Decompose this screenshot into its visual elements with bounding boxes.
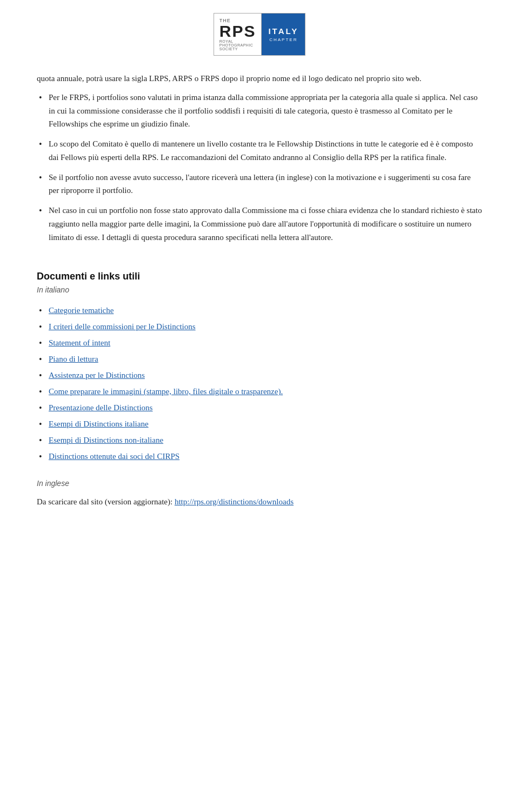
- list-item: Presentazione delle Distinctions: [37, 401, 482, 414]
- section-sub-english: In inglese: [37, 479, 482, 488]
- logo-society-text: SOCIETY: [219, 47, 238, 51]
- link-esempi-non-italiane[interactable]: Esempi di Distinctions non-italiane: [49, 436, 163, 444]
- logo-royal-text: ROYAL: [219, 39, 234, 43]
- logo-right: ITALY CHAPTER: [262, 14, 305, 55]
- section-sub-italian: In italiano: [37, 285, 482, 294]
- logo: THE RPS ROYAL PHOTOGRAPHIC SOCIETY ITALY…: [214, 13, 306, 56]
- list-item: Esempi di Distinctions non-italiane: [37, 434, 482, 447]
- list-item: Distinctions ottenute dai soci del CIRPS: [37, 450, 482, 463]
- list-item: Assistenza per le Distinctions: [37, 369, 482, 382]
- link-distinctions-cirps[interactable]: Distinctions ottenute dai soci del CIRPS: [49, 452, 179, 461]
- bullet-item-4: Nel caso in cui un portfolio non fosse s…: [37, 204, 482, 244]
- link-statement-of-intent[interactable]: Statement of intent: [49, 338, 110, 347]
- section-heading: Documenti e links utili: [37, 271, 482, 282]
- download-link[interactable]: http://rps.org/distinctions/downloads: [175, 497, 294, 506]
- page-wrapper: THE RPS ROYAL PHOTOGRAPHIC SOCIETY ITALY…: [0, 0, 519, 812]
- logo-chapter-text: CHAPTER: [269, 37, 297, 42]
- list-item: Piano di lettura: [37, 352, 482, 365]
- bullet-item-2: Lo scopo del Comitato è quello di manten…: [37, 137, 482, 164]
- bullet-list: Per le FRPS, i portfolios sono valutati …: [37, 91, 482, 244]
- download-label: Da scaricare dal sito (version aggiornat…: [37, 497, 175, 506]
- list-item: Esempi di Distinctions italiane: [37, 417, 482, 430]
- link-criteri-commissioni[interactable]: I criteri delle commissioni per le Disti…: [49, 322, 196, 331]
- logo-rps-text: RPS: [219, 23, 256, 39]
- opening-paragraph: quota annuale, potrà usare la sigla LRPS…: [37, 72, 482, 85]
- list-item: Come preparare le immagini (stampe, libr…: [37, 385, 482, 398]
- link-categorie-tematiche[interactable]: Categorie tematiche: [49, 306, 114, 315]
- link-esempi-italiane[interactable]: Esempi di Distinctions italiane: [49, 420, 149, 428]
- list-item: Statement of intent: [37, 336, 482, 349]
- bullet-item-3: Se il portfolio non avesse avuto success…: [37, 171, 482, 198]
- list-item: I criteri delle commissioni per le Disti…: [37, 320, 482, 333]
- main-content: quota annuale, potrà usare la sigla LRPS…: [0, 72, 519, 509]
- link-presentazione[interactable]: Presentazione delle Distinctions: [49, 403, 152, 412]
- logo-photographic-text: PHOTOGRAPHIC: [219, 43, 254, 47]
- logo-left: THE RPS ROYAL PHOTOGRAPHIC SOCIETY: [214, 14, 262, 55]
- link-piano-di-lettura[interactable]: Piano di lettura: [49, 355, 98, 363]
- bullet-item-1: Per le FRPS, i portfolios sono valutati …: [37, 91, 482, 131]
- link-assistenza[interactable]: Assistenza per le Distinctions: [49, 371, 145, 380]
- italian-links-list: Categorie tematiche I criteri delle comm…: [37, 304, 482, 463]
- list-item: Categorie tematiche: [37, 304, 482, 317]
- header: THE RPS ROYAL PHOTOGRAPHIC SOCIETY ITALY…: [0, 0, 519, 72]
- link-come-preparare[interactable]: Come preparare le immagini (stampe, libr…: [49, 387, 283, 396]
- download-text: Da scaricare dal sito (version aggiornat…: [37, 495, 482, 509]
- logo-italy-text: ITALY: [268, 26, 298, 36]
